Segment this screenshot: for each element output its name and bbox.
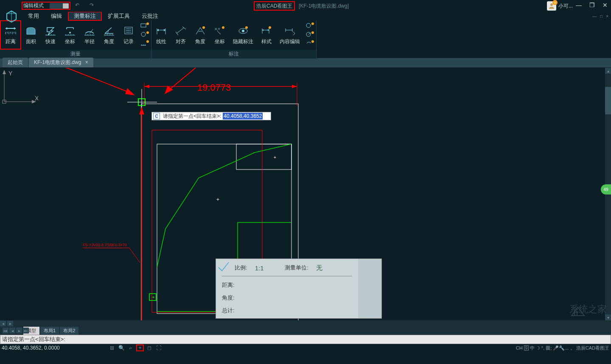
notification-badge[interactable]: 49 [601, 184, 611, 195]
tab-close-icon[interactable]: × [85, 59, 88, 65]
svg-text:X: X [35, 95, 38, 102]
ime-status[interactable]: CH 🅂 中 ☽ °, 圖; 🎤🔧... 。 浩辰CAD看图王 [516, 345, 609, 351]
menu-edit[interactable]: 编辑 [45, 11, 68, 21]
hide-button[interactable]: 隐藏标注 [230, 20, 257, 50]
radius-icon [83, 25, 96, 37]
drawing-canvas[interactable]: 19.0773 + + + FS-YJV22-8.7/15KV-3×70 C 请… [0, 68, 611, 326]
svg-marker-76 [3, 70, 6, 74]
scroll-up-icon[interactable]: ▴ [605, 68, 611, 74]
tool3-icon[interactable] [140, 40, 149, 48]
align-button[interactable]: 对齐 [171, 20, 191, 50]
menu-cloud[interactable]: 云批注 [136, 11, 164, 21]
align-label: 对齐 [176, 38, 186, 45]
svg-marker-73 [139, 107, 144, 114]
ribbon: 距离 面积 快速 坐标 半径 角度 [0, 20, 611, 58]
svg-text:+: + [274, 155, 276, 160]
coord2-button[interactable]: X,Y 坐标 [210, 20, 230, 50]
redo-icon[interactable]: ↷ [89, 2, 95, 8]
horizontal-scrollbar[interactable]: ◂ ▸ [0, 320, 611, 326]
tab-document[interactable]: KF-1电缆敷设图.dwg × [29, 58, 93, 67]
style-button[interactable]: 样式 [257, 20, 276, 50]
close-icon[interactable]: ✕ [602, 2, 608, 8]
user-area[interactable]: V 小可... [547, 1, 573, 11]
tab-next-icon[interactable]: ▸ [7, 321, 13, 327]
menu-common[interactable]: 常用 [22, 11, 45, 21]
angle-label: 角度 [104, 38, 114, 45]
total-label: 总计: [222, 307, 235, 314]
svg-text:Y: Y [8, 70, 13, 77]
ortho-icon[interactable]: ⌐ [127, 345, 135, 351]
avatar[interactable]: V [547, 1, 556, 11]
svg-marker-71 [165, 86, 173, 94]
atool3-icon[interactable] [305, 40, 314, 48]
app-logo-icon[interactable] [5, 10, 18, 23]
tab-prev-icon[interactable]: ◂ [0, 321, 6, 327]
svg-text:+: + [216, 197, 219, 203]
app-title: 浩辰CAD看图王 [254, 1, 295, 11]
edit-button[interactable]: 内容编辑 [276, 20, 303, 50]
coord-button[interactable]: 坐标 [60, 20, 80, 50]
layout-tab-2[interactable]: 布局2 [60, 327, 78, 335]
ribbon-group-measure: 距离 面积 快速 坐标 半径 角度 [0, 20, 151, 58]
svg-line-7 [90, 29, 93, 33]
svg-marker-3 [14, 27, 16, 30]
layout-tab-1[interactable]: 布局1 [40, 327, 59, 335]
scroll-thumb-v[interactable] [605, 87, 611, 114]
tab-start[interactable]: 起始页 [3, 58, 28, 67]
distance-button[interactable]: 距离 [0, 20, 21, 50]
record-label: 记录 [123, 38, 134, 45]
tool2-icon[interactable] [140, 31, 149, 39]
extent-icon[interactable]: ⛶ [155, 345, 163, 351]
zoom-icon[interactable]: 🔍 [118, 345, 125, 351]
vertical-scrollbar[interactable]: ▴ ▾ [605, 68, 611, 326]
mode-toggle[interactable] [50, 3, 69, 9]
confirm-button[interactable] [358, 259, 381, 318]
dimension-text: 19.0773 [197, 82, 231, 93]
area-button[interactable]: 面积 [21, 20, 41, 50]
svg-marker-2 [6, 27, 7, 30]
linear-button[interactable]: 线性 [151, 20, 171, 50]
svg-point-48 [311, 31, 314, 34]
svg-point-34 [245, 26, 248, 29]
ribbon-group-annotate: 线性 对齐 角度 X,Y 坐标 隐藏标注 样式 [151, 20, 317, 58]
command-bar[interactable]: 请指定第一点<回车结束>: [0, 335, 611, 344]
menu-measure[interactable]: 测量标注 [68, 11, 102, 21]
maximize-icon[interactable]: ❐ [589, 2, 595, 8]
menubar: 常用 编辑 测量标注 扩展工具 云批注 [0, 12, 611, 20]
snap-icon[interactable]: + [136, 345, 144, 351]
layout-prev-icon[interactable]: ◂ [9, 328, 15, 333]
doc-close-icon[interactable]: × [606, 14, 608, 19]
tool1-icon[interactable] [140, 22, 149, 30]
atool2-icon[interactable] [305, 31, 314, 39]
minimize-icon[interactable]: — [575, 2, 582, 8]
input-value[interactable]: 40.4058,40.3652 [223, 113, 263, 119]
svg-point-28 [202, 26, 205, 29]
doc-minimize-icon[interactable]: — [592, 14, 597, 19]
svg-marker-53 [292, 85, 297, 88]
angle2-button[interactable]: 角度 [191, 20, 210, 50]
angle-result-label: 角度: [222, 294, 235, 302]
doc-maximize-icon[interactable]: □ [600, 14, 603, 19]
window-controls: — ❐ ✕ [575, 2, 608, 8]
layout-last-icon[interactable]: ⏭ [23, 328, 29, 333]
measure-small-tools [138, 20, 151, 50]
hide-label: 隐藏标注 [233, 38, 253, 45]
grid-icon[interactable]: ⊞ [108, 345, 116, 351]
coord-input-box[interactable]: C 请指定第一点<回车结束>: 40.4058,40.3652 [151, 112, 271, 120]
object-snap-icon[interactable]: ◻ [146, 345, 153, 351]
layout-first-icon[interactable]: ⏮ [3, 328, 8, 333]
menu-tools[interactable]: 扩展工具 [102, 11, 136, 21]
radius-button[interactable]: 半径 [80, 20, 99, 50]
atool1-icon[interactable] [305, 22, 314, 30]
layout-tabs: ⏮ ◂ ▸ ⏭ 模型 布局1 布局2 [0, 326, 611, 335]
svg-point-16 [141, 32, 146, 36]
quick-access-toolbar: ↶ ↷ [74, 2, 95, 8]
undo-icon[interactable]: ↶ [74, 2, 80, 8]
quick-button[interactable]: 快速 [41, 20, 60, 50]
mode-switch[interactable]: 编辑模式 [22, 2, 70, 10]
ratio-value: 1:1 [255, 264, 264, 272]
record-button[interactable]: 记录 [119, 20, 138, 50]
layout-next-icon[interactable]: ▸ [16, 328, 22, 333]
angle-button[interactable]: 角度 [99, 20, 119, 50]
svg-marker-52 [144, 85, 149, 88]
